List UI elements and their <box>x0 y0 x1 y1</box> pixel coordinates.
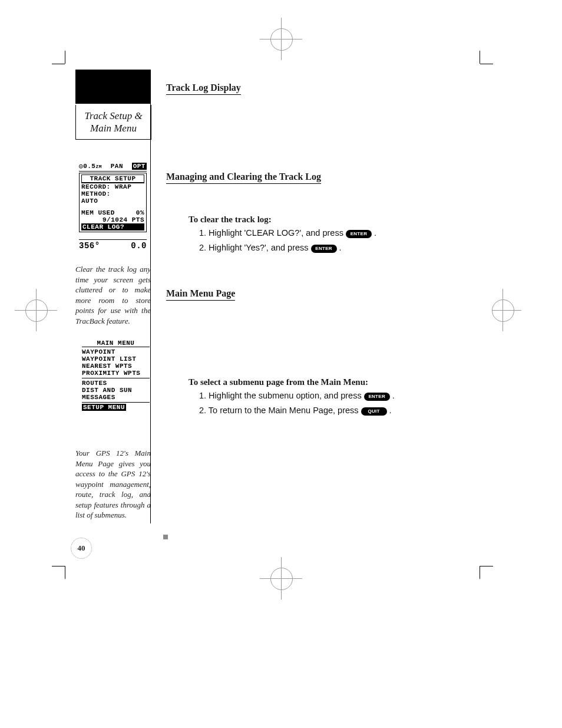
heading-track-log-display: Track Log Display <box>166 83 241 95</box>
menu-item: WAYPOINT LIST <box>82 355 150 363</box>
crop-mark-top <box>260 18 302 60</box>
manual-page: Track Setup & Main Menu ◎0.5ZM PAN OPT T… <box>0 0 562 728</box>
enter-button-icon: ENTER <box>346 230 372 238</box>
step-clear-2: 2. Highlight 'Yes?', and press ENTER . <box>199 243 475 253</box>
opt-badge: OPT <box>132 163 147 170</box>
corner-tick <box>480 51 480 64</box>
lcd-title: MAIN MENU <box>82 340 150 347</box>
corner-tick <box>65 566 65 579</box>
enter-button-icon: ENTER <box>364 393 390 401</box>
sidebar-title-line1: Track Setup & <box>84 110 142 122</box>
quit-button-icon: QUIT <box>361 407 387 416</box>
crop-mark-left <box>15 289 57 331</box>
sidebar-title: Track Setup & Main Menu <box>75 105 151 140</box>
subheading-clear-log: To clear the track log: <box>189 215 475 225</box>
menu-item: MESSAGES <box>82 394 150 401</box>
crop-mark-right <box>492 289 521 331</box>
step-select-2: 2. To return to the Main Menu Page, pres… <box>199 406 475 416</box>
crop-mark-bottom <box>260 557 302 599</box>
menu-item: ROUTES <box>82 380 150 387</box>
main-column: Track Log Display Managing and Clearing … <box>166 70 475 420</box>
heading-readout: 356° <box>79 241 100 251</box>
menu-item: PROXIMITY WPTS <box>82 370 150 377</box>
corner-tick <box>480 566 493 566</box>
corner-tick <box>52 64 65 64</box>
menu-item: DIST AND SUN <box>82 387 150 394</box>
heading-main-menu-page: Main Menu Page <box>166 288 235 301</box>
menu-item: NEAREST WPTS <box>82 363 150 370</box>
subheading-select-submenu: To select a submenu page from the Main M… <box>189 377 475 387</box>
setup-menu-item: SETUP MENU <box>82 404 126 411</box>
sidebar-title-line2: Main Menu <box>84 122 142 134</box>
corner-tick <box>480 566 480 579</box>
corner-tick <box>480 64 493 64</box>
corner-tick <box>65 51 65 64</box>
menu-item: WAYPOINT <box>82 348 150 355</box>
clear-log-option: CLEAR LOG? <box>81 223 144 230</box>
figure-caption-1: Clear the track log any time your screen… <box>75 264 151 326</box>
enter-button-icon: ENTER <box>311 245 337 253</box>
page-number: 40 <box>71 538 92 559</box>
step-select-1: 1. Highlight the submenu option, and pre… <box>199 391 475 401</box>
footer-marker <box>163 535 168 539</box>
step-clear-1: 1. Highlight 'CLEAR LOG?', and press ENT… <box>199 228 475 238</box>
speed-readout: 0.0 <box>131 241 147 251</box>
corner-tick <box>52 566 65 566</box>
lcd-box-title: TRACK SETUP <box>81 174 144 183</box>
heading-managing-clearing: Managing and Clearing the Track Log <box>166 172 321 184</box>
sidebar-black-band <box>75 70 150 104</box>
figure-caption-2: Your GPS 12's Main Menu Page gives you a… <box>75 448 151 521</box>
figure-main-menu-screen: MAIN MENU WAYPOINT WAYPOINT LIST NEAREST… <box>79 337 153 417</box>
figure-track-setup-screen: ◎0.5ZM PAN OPT TRACK SETUP RECORD: WRAP … <box>79 162 147 251</box>
